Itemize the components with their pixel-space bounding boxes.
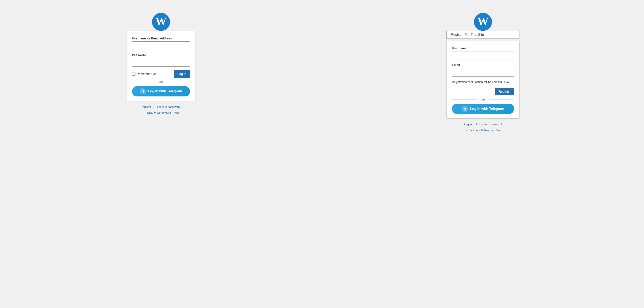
- register-heading-wrapper: Register For This Site: [446, 31, 520, 40]
- or-divider: OR: [132, 80, 190, 84]
- login-link[interactable]: Log in: [464, 123, 472, 126]
- login-button[interactable]: Log In: [174, 70, 190, 78]
- register-link[interactable]: Register: [140, 105, 151, 109]
- reg-email-input[interactable]: [452, 68, 514, 77]
- reg-or-divider: OR: [452, 98, 514, 101]
- reg-email-group: Email: [452, 63, 514, 77]
- register-footer-row: Register: [452, 88, 514, 95]
- reg-lost-password-link[interactable]: Lost your password?: [476, 123, 502, 126]
- remember-row: Remember Me Log In: [132, 70, 190, 78]
- password-label: Password: [132, 53, 190, 57]
- register-heading: Register For This Site: [446, 31, 520, 39]
- reg-username-group: Username: [452, 46, 514, 60]
- telegram-icon-right: [462, 106, 468, 112]
- wordpress-logo-right: W: [474, 13, 492, 31]
- reg-username-input[interactable]: [452, 51, 514, 60]
- back-to-site-link-wrapper: ← Back to WP Telegram Test: [143, 111, 179, 114]
- lost-password-link[interactable]: Lost your password?: [156, 105, 181, 109]
- telegram-register-button[interactable]: Log in with Telegram: [452, 104, 514, 114]
- telegram-login-button[interactable]: Log in with Telegram: [132, 86, 190, 96]
- reg-separator: |: [474, 123, 474, 126]
- login-footer-links: Register | Lost your password?: [140, 105, 181, 109]
- reg-back-to-site-link-wrapper: ← Back to WP Telegram Test: [465, 129, 501, 132]
- login-form-box: Username or Email Address Password Remem…: [127, 31, 195, 101]
- svg-text:W: W: [156, 15, 166, 27]
- telegram-icon: [140, 88, 146, 94]
- reg-username-label: Username: [452, 46, 514, 50]
- login-panel: W Username or Email Address Password Rem…: [0, 0, 322, 308]
- registration-note: Registration confirmation will be emaile…: [452, 80, 514, 84]
- password-group: Password: [132, 53, 190, 67]
- remember-me-checkbox[interactable]: [132, 72, 136, 76]
- reg-email-label: Email: [452, 63, 514, 67]
- svg-text:W: W: [478, 15, 488, 27]
- register-form-box: Username Email Registration confirmation…: [446, 41, 520, 119]
- separator: |: [153, 105, 154, 109]
- reg-back-to-site-link[interactable]: ← Back to WP Telegram Test: [465, 129, 501, 132]
- back-to-site-link[interactable]: ← Back to WP Telegram Test: [143, 111, 179, 114]
- register-button[interactable]: Register: [495, 88, 514, 95]
- username-group: Username or Email Address: [132, 37, 190, 50]
- password-input[interactable]: [132, 58, 190, 67]
- username-input[interactable]: [132, 41, 190, 50]
- register-footer-links: Log in | Lost your password?: [464, 123, 502, 126]
- wordpress-logo: W: [152, 13, 170, 31]
- username-label: Username or Email Address: [132, 37, 190, 40]
- remember-me-label[interactable]: Remember Me: [132, 72, 157, 76]
- register-panel: W Register For This Site Username Email …: [322, 0, 644, 308]
